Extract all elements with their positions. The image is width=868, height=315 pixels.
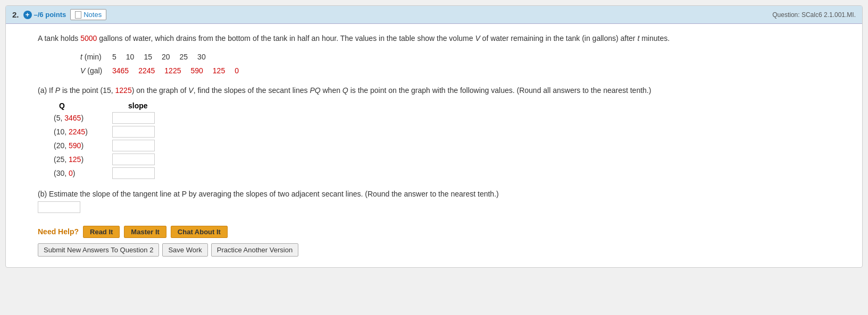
v-values: 3465 2245 1225 590 125 0: [112, 64, 239, 78]
t-val-3: 15: [144, 50, 152, 64]
v-val-2: 2245: [138, 64, 155, 78]
part-b-text: (b) Estimate the slope of the tangent li…: [38, 190, 852, 198]
submit-answers-button[interactable]: Submit New Answers To Question 2: [38, 243, 159, 257]
t-label: t (min): [80, 50, 112, 64]
t-val-5: 25: [180, 50, 188, 64]
t-val-6: 30: [197, 50, 206, 64]
points-badge: + –/6 points: [23, 11, 66, 19]
gallons-value: 5000: [80, 34, 97, 42]
action-section: Submit New Answers To Question 2 Save Wo…: [38, 243, 852, 257]
t-val-4: 20: [162, 50, 170, 64]
slope-row-1: (5, 3465): [54, 112, 852, 124]
problem-text-before: A tank holds: [38, 34, 80, 42]
table-v-row: V (gal) 3465 2245 1225 590 125 0: [80, 64, 852, 78]
master-it-button[interactable]: Master It: [124, 226, 166, 238]
question-number: 2.: [12, 10, 19, 19]
problem-text-end: minutes.: [639, 34, 670, 42]
table-t-row: t (min) 5 10 15 20 25 30: [80, 50, 852, 64]
v-val-5: 125: [213, 64, 225, 78]
v-val-6: 0: [235, 64, 239, 78]
t-val-2: 10: [126, 50, 135, 64]
points-text: –/6 points: [34, 11, 66, 19]
practice-another-version-button[interactable]: Practice Another Version: [211, 243, 298, 257]
v-val-4: 590: [190, 64, 203, 78]
v-italic: V: [475, 34, 480, 42]
question-body: A tank holds 5000 gallons of water, whic…: [6, 24, 862, 267]
notes-icon: [75, 11, 81, 19]
col-slope-header: slope: [128, 101, 148, 110]
v-val-3: 1225: [164, 64, 181, 78]
notes-label: Notes: [84, 11, 102, 19]
t-values: 5 10 15 20 25 30: [112, 50, 206, 64]
plus-icon: +: [23, 11, 32, 19]
problem-text: A tank holds 5000 gallons of water, whic…: [38, 32, 852, 44]
question-header: 2. + –/6 points Notes Question: SCalc6 2…: [6, 6, 862, 24]
q-label-4: (25, 125): [54, 155, 107, 164]
save-work-button[interactable]: Save Work: [162, 243, 207, 257]
read-it-button[interactable]: Read It: [83, 226, 120, 238]
q-label-5: (30, 0): [54, 169, 107, 177]
col-q-header: Q: [59, 101, 107, 110]
slope-input-2[interactable]: [112, 126, 155, 138]
slope-input-4[interactable]: [112, 154, 155, 165]
slope-table: Q slope (5, 3465) (10, 2245) (20, 590) (…: [54, 101, 852, 179]
problem-text-middle: of water remaining in the tank (in gallo…: [480, 34, 638, 42]
slope-input-5[interactable]: [112, 167, 155, 179]
notes-button[interactable]: Notes: [70, 9, 106, 20]
part-b-section: (b) Estimate the slope of the tangent li…: [38, 190, 852, 213]
part-b-input[interactable]: [38, 201, 80, 213]
data-table: t (min) 5 10 15 20 25 30 V (gal) 3465 22…: [80, 50, 852, 77]
slope-input-1[interactable]: [112, 112, 155, 124]
slope-row-4: (25, 125): [54, 154, 852, 165]
question-container: 2. + –/6 points Notes Question: SCalc6 2…: [5, 5, 863, 268]
header-left: 2. + –/6 points Notes: [12, 9, 106, 20]
chat-about-it-button[interactable]: Chat About It: [171, 226, 228, 238]
slope-input-3[interactable]: [112, 140, 155, 151]
q-label-1: (5, 3465): [54, 114, 107, 122]
t-val-1: 5: [112, 50, 116, 64]
need-help-section: Need Help? Read It Master It Chat About …: [38, 226, 852, 238]
slope-header: Q slope: [54, 101, 852, 110]
v-val-1: 3465: [112, 64, 129, 78]
v-label: V (gal): [80, 64, 112, 78]
question-id: Question: SCalc6 2.1.001.MI.: [772, 11, 856, 19]
slope-row-5: (30, 0): [54, 167, 852, 179]
q-label-3: (20, 590): [54, 141, 107, 150]
problem-text-after: gallons of water, which drains from the …: [97, 34, 475, 42]
slope-row-3: (20, 590): [54, 140, 852, 151]
q-label-2: (10, 2245): [54, 127, 107, 136]
part-a-text: (a) If P is the point (15, 1225) on the …: [38, 85, 852, 96]
slope-row-2: (10, 2245): [54, 126, 852, 138]
need-help-label: Need Help?: [38, 227, 79, 236]
